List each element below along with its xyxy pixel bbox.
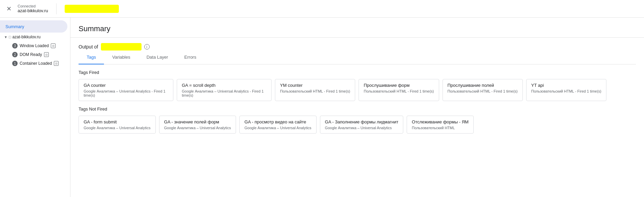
connection-info: Connected azat-bikkulov.ru [18, 4, 48, 13]
event-label-dom-ready: DOM Ready [20, 52, 42, 57]
connection-status: Connected [18, 4, 48, 8]
sidebar-event-dom-ready[interactable]: 2 DOM Ready ⊡ [3, 50, 70, 59]
tag-card-proslusch-form[interactable]: Прослушивание форм Пользовательский HTML… [359, 79, 439, 101]
tag-detail-proslusch-fields: Пользовательский HTML - Fired 1 time(s) [448, 89, 518, 93]
tag-detail-ga-video: Google Аналитика – Universal Analytics [244, 126, 312, 130]
content-area: Summary Output of i Tags Variables Data … [70, 18, 644, 197]
tree-arrow-icon: ▼ [4, 35, 7, 39]
tag-name-proslusch-form: Прослушивание форм [364, 83, 434, 88]
tag-detail-proslusch-form: Пользовательский HTML - Fired 1 time(s) [364, 89, 434, 93]
vertical-divider [56, 3, 57, 14]
event-icon-container-loaded: ⊡ [54, 61, 59, 66]
sidebar-summary-label: Summary [5, 24, 62, 29]
tag-name-ym-counter: YM counter [280, 83, 350, 88]
tag-detail-track-form-ym: Пользовательский HTML [412, 126, 469, 130]
event-label-container-loaded: Container Loaded [20, 61, 52, 66]
tags-not-fired-title: Tags Not Fired [79, 106, 636, 112]
main-layout: Summary ▼ □ azat-bikkulov.ru 3 Window Lo… [0, 18, 644, 197]
tag-card-ga-video[interactable]: GA - просмотр видео на сайте Google Анал… [239, 116, 317, 134]
tab-variables[interactable]: Variables [104, 51, 138, 64]
tag-detail-ga-scroll-depth: Google Аналитика – Universal Analytics -… [182, 89, 266, 97]
tree-site-label: azat-bikkulov.ru [13, 35, 41, 39]
tag-name-ga-form-submit: GA - form submit [84, 119, 151, 124]
tab-errors[interactable]: Errors [176, 51, 204, 64]
tag-detail-ga-leadmagnet: Google Аналитика – Universal Analytics [325, 126, 399, 130]
close-button[interactable]: ✕ [5, 5, 12, 12]
tag-card-track-form-ym[interactable]: Отслеживание формы - ЯМ Пользовательский… [407, 116, 474, 134]
tag-detail-yt-api: Пользовательский HTML - Fired 1 time(s) [531, 89, 601, 93]
tag-name-track-form-ym: Отслеживание формы - ЯМ [412, 119, 469, 124]
tab-data-layer[interactable]: Data Layer [138, 51, 176, 64]
tag-card-proslusch-fields[interactable]: Прослушивание полей Пользовательский HTM… [443, 79, 523, 101]
sidebar-event-container-loaded[interactable]: 1 Container Loaded ⊡ [3, 59, 70, 68]
tag-card-ym-counter[interactable]: YM counter Пользовательский HTML - Fired… [275, 79, 355, 101]
tag-name-yt-api: YT api [531, 83, 601, 88]
tags-content: Tags Fired GA counter Google Аналитика –… [70, 64, 644, 139]
output-of-label: Output of [79, 44, 98, 50]
tab-tags[interactable]: Tags [79, 51, 104, 64]
sidebar-item-summary[interactable]: Summary [0, 20, 67, 33]
tag-card-yt-api[interactable]: YT api Пользовательский HTML - Fired 1 t… [526, 79, 606, 101]
tag-detail-ga-counter: Google Аналитика – Universal Analytics -… [84, 89, 168, 97]
tags-fired-title: Tags Fired [79, 70, 636, 75]
connection-domain: azat-bikkulov.ru [18, 8, 48, 13]
tag-detail-ga-field-values: Google Аналитика – Universal Analytics [164, 126, 231, 130]
sidebar-tree-site[interactable]: ▼ □ azat-bikkulov.ru [3, 33, 70, 41]
event-count-window-loaded: 3 [12, 43, 18, 48]
sidebar: Summary ▼ □ azat-bikkulov.ru 3 Window Lo… [0, 18, 70, 197]
tag-name-ga-counter: GA counter [84, 83, 168, 88]
tag-card-ga-field-values[interactable]: GA - значение полей форм Google Аналитик… [159, 116, 236, 134]
tree-site-icon: □ [9, 35, 11, 39]
tag-detail-ym-counter: Пользовательский HTML - Fired 1 time(s) [280, 89, 350, 93]
info-icon[interactable]: i [144, 44, 150, 50]
tags-fired-grid: GA counter Google Аналитика – Universal … [79, 79, 636, 101]
event-icon-window-loaded: ⊡ [51, 43, 56, 48]
tag-detail-ga-form-submit: Google Аналитика – Universal Analytics [84, 126, 151, 130]
event-icon-dom-ready: ⊡ [44, 52, 49, 57]
tag-name-ga-field-values: GA - значение полей форм [164, 119, 231, 124]
tabs-bar: Tags Variables Data Layer Errors [79, 51, 636, 64]
content-title: Summary [70, 18, 644, 38]
tag-card-ga-scroll-depth[interactable]: GA = scroll depth Google Аналитика – Uni… [177, 79, 272, 101]
sidebar-event-window-loaded[interactable]: 3 Window Loaded ⊡ [3, 41, 70, 50]
output-section: Output of i [70, 38, 644, 51]
tag-card-ga-form-submit[interactable]: GA - form submit Google Аналитика – Univ… [79, 116, 156, 134]
tag-card-ga-counter[interactable]: GA counter Google Аналитика – Universal … [79, 79, 173, 101]
top-bar: ✕ Connected azat-bikkulov.ru [0, 0, 644, 18]
close-icon: ✕ [6, 5, 12, 13]
event-count-dom-ready: 2 [12, 52, 18, 57]
tags-not-fired-grid: GA - form submit Google Аналитика – Univ… [79, 116, 636, 134]
tag-card-ga-leadmagnet[interactable]: GA - Заполнение формы лидмагнит Google А… [320, 116, 404, 134]
tag-name-ga-video: GA - просмотр видео на сайте [244, 119, 312, 124]
output-url-pill [101, 43, 142, 51]
tag-name-ga-scroll-depth: GA = scroll depth [182, 83, 266, 88]
sidebar-tree: ▼ □ azat-bikkulov.ru 3 Window Loaded ⊡ 2… [0, 33, 70, 68]
tag-name-proslusch-fields: Прослушивание полей [448, 83, 518, 88]
event-label-window-loaded: Window Loaded [20, 43, 49, 48]
event-count-container-loaded: 1 [12, 61, 18, 66]
url-pill [65, 5, 119, 13]
tag-name-ga-leadmagnet: GA - Заполнение формы лидмагнит [325, 119, 399, 124]
